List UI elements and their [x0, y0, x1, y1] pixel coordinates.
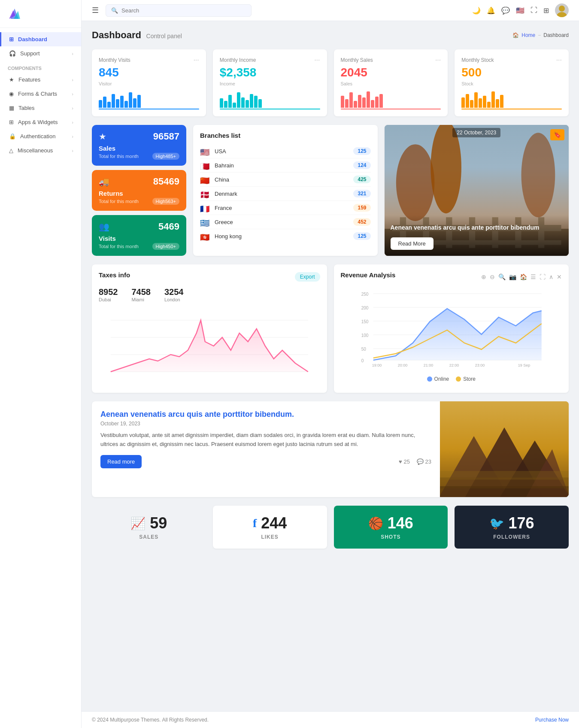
export-button[interactable]: Export	[295, 272, 320, 282]
branches-title: Branches list	[200, 132, 371, 139]
stat-value: 845	[99, 66, 199, 79]
fullscreen-icon[interactable]: ⛶	[530, 6, 537, 14]
stat-menu-dots[interactable]: ···	[193, 56, 199, 64]
branch-badge: 159	[353, 204, 370, 212]
stat-menu-dots[interactable]: ···	[556, 56, 562, 64]
blog-date: October 19, 2023	[100, 421, 431, 427]
search-box[interactable]: 🔍	[106, 4, 252, 17]
breadcrumb-home-icon: 🏠	[512, 32, 519, 38]
svg-text:19 Sep: 19 Sep	[518, 363, 530, 367]
chat-icon[interactable]: 💬	[501, 6, 510, 15]
visits-icon: 👥	[99, 221, 109, 232]
svg-text:23:00: 23:00	[475, 363, 485, 367]
sales-title: Sales	[99, 145, 179, 152]
logo-icon	[8, 7, 21, 21]
branch-name: Greece	[215, 219, 233, 225]
read-more-button[interactable]: Read More	[391, 237, 433, 250]
branch-item-china: 🇨🇳 China 425	[200, 173, 371, 187]
sidebar-item-features[interactable]: ★ Features ›	[0, 73, 81, 87]
sidebar-item-label: Features	[18, 76, 40, 83]
page-subtitle: Control panel	[146, 33, 182, 39]
support-icon: 🎧	[9, 50, 16, 57]
sidebar-item-authentication[interactable]: 🔒 Authentication ›	[0, 129, 81, 143]
chevron-right-icon: ›	[72, 77, 73, 82]
zoom-in-icon[interactable]: ⊕	[481, 273, 486, 280]
blog-comments: 💬 23	[417, 458, 431, 465]
expand-icon[interactable]: ⛶	[540, 273, 546, 280]
svg-text:250: 250	[361, 292, 368, 297]
revenue-title: Revenue Analysis	[341, 271, 396, 279]
logo-area	[0, 0, 81, 28]
flag-hongkong: 🇭🇰	[200, 233, 210, 240]
sidebar-item-dashboard[interactable]: ⊞ Dashboard	[0, 32, 81, 46]
social-likes-label: LIKES	[261, 534, 278, 540]
purchase-link[interactable]: Purchase Now	[535, 717, 569, 723]
sidebar-item-apps-widgets[interactable]: ⊞ Apps & Widgets ›	[0, 115, 81, 129]
stat-label: Monthly Visits	[99, 57, 130, 63]
stat-label: Monthly Sales	[341, 57, 373, 63]
feature-card: 🔖 22 October, 2023 Aenean venenatis arcu…	[385, 125, 569, 256]
london-value: 3254	[164, 287, 184, 297]
branch-item-greece: 🇬🇷 Greece 452	[200, 215, 371, 229]
avatar[interactable]	[555, 3, 569, 17]
flag-china: 🇨🇳	[200, 176, 210, 183]
dark-mode-icon[interactable]: 🌙	[472, 6, 481, 15]
twitter-icon: 🐦	[489, 516, 504, 531]
branch-name: Bahrain	[215, 162, 234, 169]
branch-item-denmark: 🇩🇰 Denmark 321	[200, 187, 371, 201]
visits-sub: Total for this month	[99, 244, 139, 249]
zoom-reset-icon[interactable]: 🔍	[498, 273, 506, 280]
blog-read-more-button[interactable]: Read more	[100, 455, 142, 468]
auth-icon: 🔒	[9, 133, 16, 140]
revenue-controls: ⊕ ⊖ 🔍 📷 🏠 ☰ ⛶ ∧ ✕	[481, 273, 562, 280]
stat-menu-dots[interactable]: ···	[314, 56, 320, 64]
stat-sub: Sales	[341, 81, 441, 86]
sidebar-item-label: Dashboard	[18, 36, 47, 42]
sales-card-sales: ★ 96587 Sales Total for this month High4…	[92, 125, 186, 166]
tax-dubai: 8952 Dubai	[99, 287, 118, 302]
apps-icon: ⊞	[9, 119, 14, 125]
search-input[interactable]	[121, 7, 246, 14]
menu-icon[interactable]: ☰	[530, 273, 536, 280]
chevron-right-icon: ›	[72, 120, 73, 125]
hamburger-menu[interactable]: ☰	[92, 6, 99, 15]
sidebar-item-miscellaneous[interactable]: △ Miscellaneous ›	[0, 143, 81, 158]
revenue-legend: Online Store	[341, 376, 562, 382]
home-icon[interactable]: 🏠	[520, 273, 527, 280]
camera-icon[interactable]: 📷	[509, 273, 516, 280]
zoom-out-icon[interactable]: ⊖	[490, 273, 495, 280]
tax-numbers: 8952 Dubai 7458 Miami 3254 London	[99, 287, 320, 302]
grid-icon[interactable]: ⊞	[543, 6, 549, 15]
page-header: Dashboard Control panel 🏠 Home − Dashboa…	[92, 30, 569, 41]
stat-menu-dots[interactable]: ···	[435, 56, 441, 64]
notification-bell-icon[interactable]: 🔔	[487, 6, 495, 15]
close-icon[interactable]: ✕	[557, 273, 562, 280]
blog-likes: ♥ 25	[399, 458, 410, 465]
online-legend-label: Online	[434, 376, 449, 382]
footer: © 2024 Multipurpose Themes. All Rights R…	[82, 711, 579, 728]
visits-badge: High450+	[152, 243, 179, 250]
sidebar-item-forms-charts[interactable]: ◉ Forms & Charts ›	[0, 87, 81, 101]
social-card-shots: 🏀 146 SHOTS	[334, 506, 448, 549]
chevron-right-icon: ›	[72, 106, 73, 111]
main-area: ☰ 🔍 🌙 🔔 💬 🇺🇸 ⛶ ⊞ Dashboard Control panel	[82, 0, 579, 728]
collapse-icon[interactable]: ∧	[549, 273, 553, 280]
sidebar-item-support[interactable]: 🎧 Support ›	[0, 46, 81, 61]
social-shots-value: 146	[388, 514, 413, 532]
tables-icon: ▦	[9, 105, 14, 111]
stat-label: Monthly Stock	[461, 57, 494, 63]
svg-text:100: 100	[361, 333, 368, 338]
visits-title: Visits	[99, 235, 179, 242]
sidebar-item-label: Support	[20, 50, 40, 57]
sidebar-item-tables[interactable]: ▦ Tables ›	[0, 101, 81, 115]
london-label: London	[164, 297, 184, 302]
branches-list: 🇺🇸 USA 125 🇧🇭 Bahrain 124	[200, 144, 371, 243]
breadcrumb-home[interactable]: Home	[521, 32, 535, 38]
misc-icon: △	[9, 147, 13, 154]
revenue-card: Revenue Analysis ⊕ ⊖ 🔍 📷 🏠 ☰ ⛶ ∧ ✕	[334, 264, 569, 393]
sales-badge: High485+	[152, 153, 179, 160]
branch-name: France	[215, 205, 232, 211]
forms-icon: ◉	[9, 91, 14, 97]
flag-icon[interactable]: 🇺🇸	[516, 6, 524, 15]
online-legend-dot	[427, 376, 432, 382]
